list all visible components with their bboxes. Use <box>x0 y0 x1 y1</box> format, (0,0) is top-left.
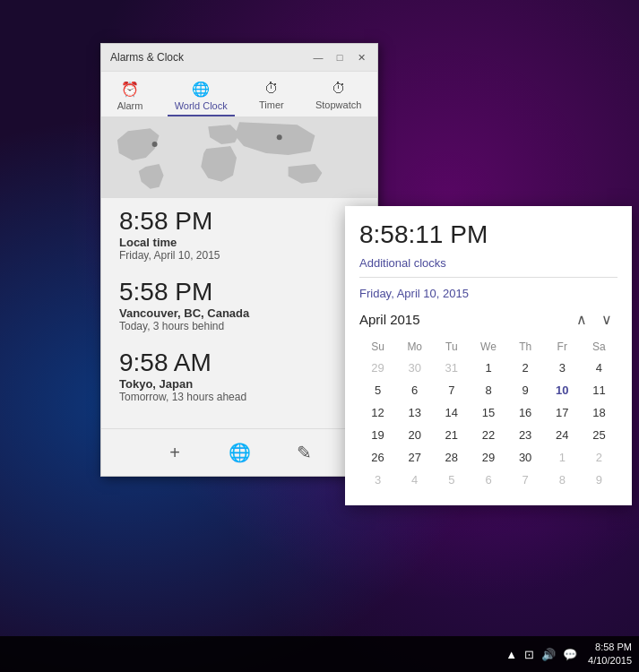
calendar-day-cell[interactable]: 6 <box>396 379 433 401</box>
taskbar-date-display: 4/10/2015 <box>588 654 632 668</box>
calendar-day-cell[interactable]: 9 <box>581 469 617 491</box>
calendar-day-cell[interactable]: 10 <box>544 379 581 401</box>
calendar-day-cell[interactable]: 28 <box>433 446 470 469</box>
window-controls: — □ ✕ <box>311 52 368 64</box>
popup-time: 8:58:11 PM <box>359 220 617 249</box>
svg-point-1 <box>152 142 158 147</box>
calendar-next-button[interactable]: ∨ <box>596 310 617 329</box>
calendar-day-cell[interactable]: 3 <box>359 469 396 491</box>
calendar-day-cell[interactable]: 8 <box>470 379 506 401</box>
world-clocks-button[interactable]: 🌐 <box>225 438 254 467</box>
calendar-day-cell[interactable]: 8 <box>544 469 581 491</box>
calendar-day-cell[interactable]: 9 <box>507 379 544 401</box>
taskbar-network-icon[interactable]: ⊡ <box>524 648 534 661</box>
calendar-day-cell[interactable]: 7 <box>433 379 470 401</box>
popup-date-label: Friday, April 10, 2015 <box>359 287 617 300</box>
calendar-day-header: We <box>470 337 506 357</box>
calendar-month-label: April 2015 <box>359 312 420 327</box>
tokyo-clock-date: Tomorrow, 13 hours ahead <box>119 391 359 403</box>
calendar-day-cell[interactable]: 2 <box>581 446 617 469</box>
calendar-day-cell[interactable]: 12 <box>359 401 396 424</box>
calendar-header: April 2015 ∧ ∨ <box>359 311 617 328</box>
calendar-day-cell[interactable]: 14 <box>433 401 470 424</box>
tab-timer[interactable]: ⏱ Timer <box>252 77 291 116</box>
stopwatch-icon: ⏱ <box>332 81 346 97</box>
calendar-day-cell[interactable]: 1 <box>544 446 581 469</box>
calendar-day-cell[interactable]: 30 <box>396 357 433 379</box>
calendar-day-cell[interactable]: 7 <box>507 469 544 491</box>
calendar-day-cell[interactable]: 20 <box>396 424 433 446</box>
tokyo-clock-label: Tokyo, Japan <box>119 377 359 391</box>
calendar-week-row: 12131415161718 <box>359 401 617 424</box>
clock-list: 8:58 PM Local time Friday, April 10, 201… <box>101 198 377 428</box>
maximize-button[interactable]: □ <box>332 52 347 63</box>
map-svg <box>101 117 377 198</box>
calendar-day-cell[interactable]: 5 <box>433 469 470 491</box>
world-map <box>101 117 377 198</box>
calendar-prev-button[interactable]: ∧ <box>571 310 592 329</box>
calendar-day-cell[interactable]: 27 <box>396 446 433 469</box>
tab-world-clock[interactable]: 🌐 World Clock <box>168 77 235 116</box>
calendar-day-cell[interactable]: 4 <box>396 469 433 491</box>
calendar-day-cell[interactable]: 22 <box>470 424 506 446</box>
popup-divider <box>359 277 617 278</box>
calendar-day-cell[interactable]: 2 <box>507 357 544 379</box>
taskbar-clock[interactable]: 8:58 PM 4/10/2015 <box>588 641 632 668</box>
calendar-day-cell[interactable]: 16 <box>507 401 544 424</box>
tab-bar: ⏰ Alarm 🌐 World Clock ⏱ Timer ⏱ Stopwatc… <box>101 72 377 117</box>
window-titlebar: Alarms & Clock — □ ✕ <box>101 44 377 72</box>
calendar-day-cell[interactable]: 29 <box>470 446 506 469</box>
alarm-icon: ⏰ <box>121 81 139 98</box>
local-clock-entry: 8:58 PM Local time Friday, April 10, 201… <box>119 207 359 262</box>
close-button[interactable]: ✕ <box>354 52 368 64</box>
calendar-day-cell[interactable]: 23 <box>507 424 544 446</box>
tab-alarm-label: Alarm <box>117 100 143 111</box>
calendar-day-cell[interactable]: 4 <box>581 357 617 379</box>
calendar-day-cell[interactable]: 21 <box>433 424 470 446</box>
local-clock-label: Local time <box>119 236 359 249</box>
calendar-day-cell[interactable]: 29 <box>359 357 396 379</box>
calendar-day-cell[interactable]: 24 <box>544 424 581 446</box>
taskbar-time-display: 8:58 PM <box>588 641 632 654</box>
svg-point-2 <box>277 134 282 140</box>
calendar-week-row: 567891011 <box>359 379 617 401</box>
additional-clocks-link[interactable]: Additional clocks <box>359 256 617 270</box>
calendar-day-cell[interactable]: 17 <box>544 401 581 424</box>
calendar-day-cell[interactable]: 3 <box>544 357 581 379</box>
calendar-day-cell[interactable]: 13 <box>396 401 433 424</box>
calendar-day-cell[interactable]: 26 <box>359 446 396 469</box>
taskbar-chevron-icon[interactable]: ▲ <box>505 648 517 661</box>
tab-stopwatch-label: Stopwatch <box>315 99 361 110</box>
taskbar-volume-icon[interactable]: 🔊 <box>541 648 556 661</box>
local-clock-time: 8:58 PM <box>119 207 359 236</box>
calendar-day-cell[interactable]: 1 <box>470 357 506 379</box>
calendar-day-cell[interactable]: 25 <box>581 424 617 446</box>
vancouver-clock-date: Today, 3 hours behind <box>119 320 359 332</box>
window-toolbar: + 🌐 ✎ <box>101 428 377 476</box>
calendar-week-row: 2930311234 <box>359 357 617 379</box>
alarm-clock-window: Alarms & Clock — □ ✕ ⏰ Alarm 🌐 World Clo… <box>100 43 378 477</box>
calendar-popup: 8:58:11 PM Additional clocks Friday, Apr… <box>345 206 632 505</box>
taskbar: ▲ ⊡ 🔊 💬 8:58 PM 4/10/2015 <box>0 636 639 672</box>
calendar-day-cell[interactable]: 6 <box>470 469 506 491</box>
minimize-button[interactable]: — <box>311 52 325 63</box>
taskbar-notification-icon[interactable]: 💬 <box>563 648 577 661</box>
calendar-day-cell[interactable]: 15 <box>470 401 506 424</box>
add-clock-button[interactable]: + <box>160 438 189 467</box>
tab-stopwatch[interactable]: ⏱ Stopwatch <box>308 77 368 116</box>
calendar-day-header: Sa <box>581 337 617 357</box>
calendar-day-cell[interactable]: 31 <box>433 357 470 379</box>
calendar-day-cell[interactable]: 5 <box>359 379 396 401</box>
calendar-day-cell[interactable]: 18 <box>581 401 617 424</box>
taskbar-icons: ▲ ⊡ 🔊 💬 <box>505 648 577 661</box>
edit-button[interactable]: ✎ <box>289 438 318 467</box>
calendar-nav: ∧ ∨ <box>571 311 617 328</box>
vancouver-clock-label: Vancouver, BC, Canada <box>119 306 359 320</box>
local-clock-date: Friday, April 10, 2015 <box>119 249 359 262</box>
calendar-day-cell[interactable]: 11 <box>581 379 617 401</box>
tab-alarm[interactable]: ⏰ Alarm <box>110 77 151 116</box>
calendar-day-header: Th <box>507 337 544 357</box>
calendar-day-cell[interactable]: 19 <box>359 424 396 446</box>
tab-timer-label: Timer <box>259 99 284 110</box>
calendar-day-cell[interactable]: 30 <box>507 446 544 469</box>
